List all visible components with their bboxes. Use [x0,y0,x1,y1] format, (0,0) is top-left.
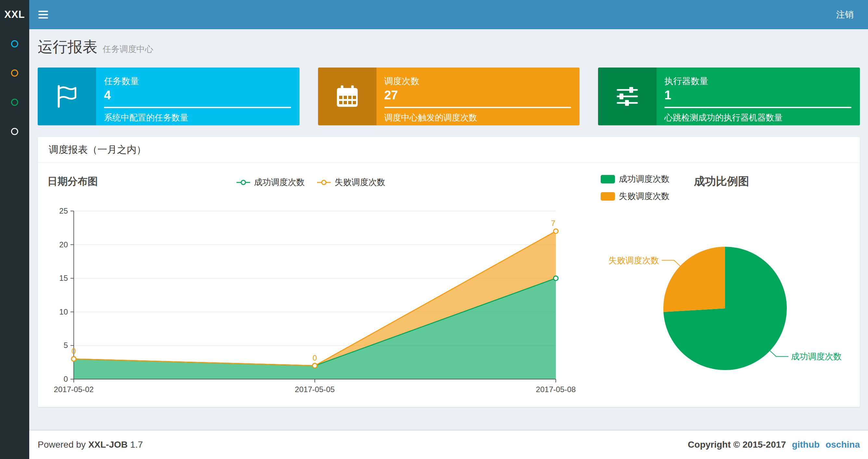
info-box-icon-area [598,67,656,125]
circle-icon [11,40,18,47]
legend-item[interactable]: 成功调度次数 [601,173,670,185]
main-content: 运行报表 任务调度中心 任务数量 4 系统中配置的任务数量 [29,29,868,459]
calendar-icon [334,84,360,109]
flag-icon [53,83,81,110]
legend-item[interactable]: 成功调度次数 [236,176,305,188]
hamburger-icon [38,11,48,12]
pie-chart: 成功调度次数失败调度次数 成功比例图 成功调度次数失败调度次数 [583,164,860,407]
info-box: 执行器数量 1 心跳检测成功的执行器机器数量 [598,67,860,125]
footer-version: 1.7 [130,439,143,450]
pie-label-line [662,260,680,266]
line-chart: 日期分布图 成功调度次数失败调度次数 05101520252017-05-022… [38,164,583,407]
sidebar [0,29,29,459]
y-tick-label: 0 [64,374,68,383]
pie-chart-svg[interactable]: 成功调度次数失败调度次数 [583,187,860,388]
info-box: 任务数量 4 系统中配置的任务数量 [38,67,300,125]
report-panel-body: 日期分布图 成功调度次数失败调度次数 05101520252017-05-022… [38,164,860,407]
data-point-marker [71,357,76,361]
content-header: 运行报表 任务调度中心 [29,29,868,58]
circle-icon [11,128,18,135]
sidebar-item-4[interactable] [0,117,29,146]
pie-label-line [770,351,788,356]
info-box-body: 任务数量 4 系统中配置的任务数量 [96,67,300,125]
legend-line-marker [316,179,331,185]
sidebar-toggle-button[interactable] [29,0,58,29]
y-tick-label: 10 [59,307,68,316]
info-box: 调度次数 27 调度中心触发的调度次数 [318,67,580,125]
pie-slice-label: 失败调度次数 [609,256,659,265]
sidebar-item-2[interactable] [0,59,29,88]
info-box-description: 调度中心触发的调度次数 [384,112,571,123]
x-tick-label: 2017-05-08 [536,385,576,394]
info-box-description: 心跳检测成功的执行器机器数量 [664,112,851,123]
hamburger-icon [38,14,48,15]
sliders-icon [614,84,640,109]
top-navbar: XXL 注销 [0,0,868,29]
footer-powered-prefix: Powered by [38,439,86,450]
page-title-text: 运行报表 [38,38,97,56]
report-panel: 调度报表（一月之内） 日期分布图 成功调度次数失败调度次数 0510152025… [38,137,860,407]
logout-button[interactable]: 注销 [822,0,868,29]
info-box-number: 27 [384,88,571,102]
data-point-marker [554,276,558,281]
data-point-marker [312,364,317,368]
y-tick-label: 5 [64,341,68,350]
app-logo[interactable]: XXL [0,0,29,29]
info-box-label: 执行器数量 [664,75,851,87]
legend-label: 成功调度次数 [254,176,305,188]
footer-product-name: XXL-JOB [88,439,128,450]
page-subtitle: 任务调度中心 [103,40,153,58]
footer-right: Copyright © 2015-2017 github oschina [688,439,860,450]
hamburger-icon [38,17,48,19]
pie-slice[interactable] [663,247,725,312]
y-tick-label: 25 [59,206,68,215]
data-label: 0 [71,347,76,356]
report-panel-title: 调度报表（一月之内） [38,137,860,163]
info-box-progress-bar [384,107,571,108]
sidebar-item-1[interactable] [0,29,29,59]
info-box-row: 任务数量 4 系统中配置的任务数量 [38,67,860,125]
pie-slice-label: 成功调度次数 [791,352,842,361]
info-box-body: 调度次数 27 调度中心触发的调度次数 [376,67,580,125]
info-box-icon-area [38,67,96,125]
info-box-number: 1 [664,88,851,102]
info-box-description: 系统中配置的任务数量 [104,112,291,123]
info-box-label: 调度次数 [384,75,571,87]
legend-swatch [601,175,615,184]
legend-label: 失败调度次数 [335,176,385,188]
legend-item[interactable]: 失败调度次数 [316,176,385,188]
footer-copyright: Copyright © 2015-2017 [688,439,786,450]
line-chart-legend: 成功调度次数失败调度次数 [38,176,583,188]
circle-icon [11,69,18,76]
footer: Powered by XXL-JOB 1.7 Copyright © 2015-… [29,430,868,459]
line-chart-svg[interactable]: 05101520252017-05-022017-05-052017-05-08… [38,187,583,398]
x-tick-label: 2017-05-02 [54,385,94,394]
legend-label: 成功调度次数 [619,173,670,185]
data-point-marker [554,229,558,233]
oschina-link[interactable]: oschina [826,439,860,450]
info-box-number: 4 [104,88,291,102]
github-link[interactable]: github [792,439,820,450]
data-label: 7 [551,219,555,228]
footer-powered-by: Powered by XXL-JOB 1.7 [38,439,143,450]
info-box-icon-area [318,67,376,125]
info-box-progress-bar [664,107,851,108]
sidebar-item-3[interactable] [0,88,29,117]
info-box-body: 执行器数量 1 心跳检测成功的执行器机器数量 [656,67,860,125]
page-title: 运行报表 任务调度中心 [38,38,860,58]
legend-line-marker [236,179,251,185]
circle-icon [11,99,18,106]
x-tick-label: 2017-05-05 [295,385,335,394]
y-tick-label: 15 [59,274,68,283]
data-label: 0 [312,354,317,362]
info-box-progress-bar [104,107,291,108]
info-box-label: 任务数量 [104,75,291,87]
y-tick-label: 20 [59,240,68,249]
